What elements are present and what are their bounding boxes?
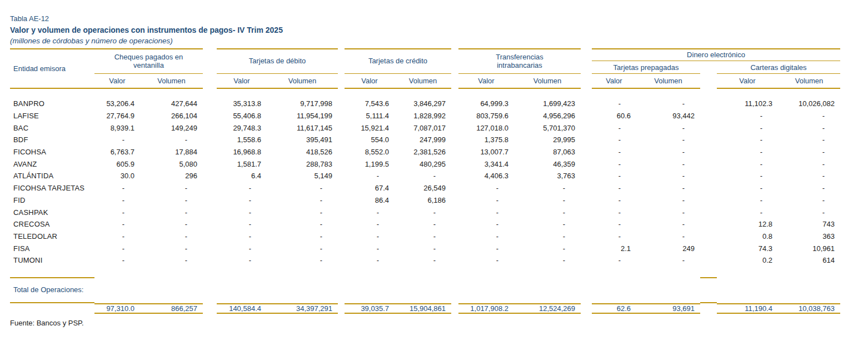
value-cell: - <box>514 196 581 204</box>
entity-name: BANPRO <box>10 99 94 108</box>
value-cell: 127,018.0 <box>458 124 514 132</box>
total-value-cell: 39,035.7 <box>345 303 395 314</box>
value-cell: 296 <box>140 172 203 180</box>
value-cell: - <box>267 244 338 253</box>
value-cell: 29,995 <box>514 136 581 144</box>
entity-name: FISA <box>10 244 94 253</box>
measure-header-valor: Valor <box>592 74 636 89</box>
value-cell: - <box>514 208 581 217</box>
table-row: FID----86.46,186------ <box>10 194 840 207</box>
table-row: FISA--------2.124974.310,961 <box>10 242 840 254</box>
value-cell: 64,999.3 <box>458 99 514 108</box>
value-cell: 3,341.4 <box>458 160 514 168</box>
value-cell: - <box>395 208 451 217</box>
value-cell: 0.2 <box>717 256 778 264</box>
value-cell: 288,783 <box>267 160 338 168</box>
value-cell: - <box>395 244 451 253</box>
value-cell: - <box>592 172 636 180</box>
value-cell: 5,149 <box>267 172 338 180</box>
value-cell: - <box>140 208 203 217</box>
value-cell: 1,828,992 <box>395 112 451 120</box>
value-cell: - <box>217 232 267 240</box>
value-cell: - <box>636 124 700 132</box>
value-cell: - <box>514 256 581 264</box>
measure-header-volumen: Volumen <box>395 74 451 89</box>
value-cell: 7,087,017 <box>395 124 451 132</box>
value-cell: - <box>458 232 514 240</box>
value-cell: - <box>395 232 451 240</box>
value-cell: 5,111.4 <box>345 112 395 120</box>
value-cell: 1,581.7 <box>217 160 267 168</box>
value-cell: - <box>592 160 636 168</box>
group-header-dinero-electronico-label: Dinero electrónico <box>687 51 745 59</box>
value-cell: - <box>636 232 700 240</box>
table-row: FICOHSA TARJETAS----67.426,549------ <box>10 182 840 194</box>
value-cell: - <box>636 136 700 144</box>
value-cell: 26,549 <box>395 184 451 192</box>
entity-name: TUMONI <box>10 256 94 264</box>
value-cell: - <box>592 124 636 132</box>
value-cell: - <box>140 244 203 253</box>
value-cell: - <box>458 256 514 264</box>
table-row: AVANZ605.95,0801,581.7288,7831,199.5480,… <box>10 158 840 170</box>
value-cell: 395,491 <box>267 136 338 144</box>
value-cell: - <box>778 112 840 120</box>
value-cell: - <box>267 256 338 264</box>
value-cell: 87,063 <box>514 148 581 156</box>
entity-name: CASHPAK <box>10 208 94 217</box>
value-cell: - <box>778 124 840 132</box>
value-cell: 418,526 <box>267 148 338 156</box>
value-cell: - <box>395 256 451 264</box>
value-cell: - <box>217 256 267 264</box>
group-header-transferencias-label: Transferencias intrabancarias <box>487 53 552 70</box>
value-cell: 2,381,526 <box>395 148 451 156</box>
value-cell: - <box>267 184 338 192</box>
value-cell: 8,939.1 <box>94 124 140 132</box>
value-cell: - <box>778 196 840 204</box>
value-cell: 3,763 <box>514 172 581 180</box>
value-cell: 0.8 <box>717 232 778 240</box>
value-cell: - <box>592 256 636 264</box>
value-cell: - <box>94 184 140 192</box>
value-cell: - <box>458 184 514 192</box>
value-cell: - <box>140 184 203 192</box>
value-cell: 266,104 <box>140 112 203 120</box>
value-cell: 35,313.8 <box>217 99 267 108</box>
value-cell: - <box>458 244 514 253</box>
value-cell: 93,442 <box>636 112 700 120</box>
measure-header-valor: Valor <box>345 74 395 89</box>
entity-name: BDF <box>10 136 94 144</box>
value-cell: - <box>345 232 395 240</box>
value-cell: - <box>267 232 338 240</box>
value-cell: 15,921.4 <box>345 124 395 132</box>
value-cell: - <box>458 208 514 217</box>
value-cell: - <box>717 112 778 120</box>
value-cell: - <box>636 184 700 192</box>
total-value-cell: 34,397,291 <box>267 303 338 314</box>
value-cell: 86.4 <box>345 196 395 204</box>
value-cell: 480,295 <box>395 160 451 168</box>
total-value-cell: 11,190.4 <box>717 303 778 314</box>
value-cell: 6,186 <box>395 196 451 204</box>
value-cell: - <box>140 196 203 204</box>
value-cell: - <box>94 232 140 240</box>
value-cell: - <box>140 232 203 240</box>
value-cell: 29,748.3 <box>217 124 267 132</box>
value-cell: - <box>778 184 840 192</box>
value-cell: - <box>717 172 778 180</box>
measure-header-valor: Valor <box>94 74 140 89</box>
value-cell: 11,617,145 <box>267 124 338 132</box>
value-cell: 803,759.6 <box>458 112 514 120</box>
table-number-label: Tabla AE-12 <box>10 14 868 23</box>
value-cell: 55,406.8 <box>217 112 267 120</box>
total-value-cell: 140,584.4 <box>217 303 267 314</box>
value-cell: 5,701,370 <box>514 124 581 132</box>
table-row: FICOHSA6,763.717,88416,968.8418,5268,552… <box>10 146 840 158</box>
value-cell: 743 <box>778 220 840 228</box>
value-cell: 5,080 <box>140 160 203 168</box>
value-cell: 10,026,082 <box>778 99 840 108</box>
table-row: TELEDOLAR----------0.8363 <box>10 230 840 243</box>
value-cell: - <box>636 160 700 168</box>
value-cell: - <box>717 196 778 204</box>
group-header-debito: Tarjetas de débito <box>217 48 338 74</box>
